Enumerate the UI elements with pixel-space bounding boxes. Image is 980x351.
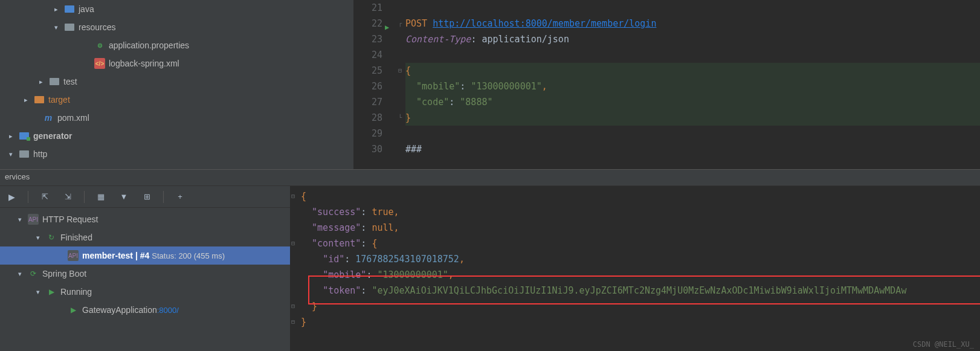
- tree-label: resources: [79, 22, 115, 32]
- refresh-icon: ↻: [46, 232, 57, 243]
- tree-folder-http[interactable]: http: [0, 145, 353, 163]
- request-url: http://localhost:8000/member/member/logi…: [433, 18, 656, 29]
- chevron-right-icon: [39, 78, 48, 86]
- tree-label: http: [33, 149, 47, 159]
- maven-file-icon: m: [43, 112, 54, 123]
- code-editor[interactable]: 21 22▶ 23 24 25 26 27 28 29 30 ┌⊟└ POST …: [353, 0, 980, 169]
- chevron-down-icon: [9, 150, 18, 158]
- tree-label: target: [48, 95, 70, 105]
- tree-file-logback[interactable]: </> logback-spring.xml: [0, 54, 353, 72]
- service-finished-group[interactable]: ↻ Finished: [0, 228, 290, 246]
- response-panel[interactable]: ⊟{ "success": true, "message": null, ⊟ "…: [290, 186, 980, 351]
- app-name: GatewayApplication: [82, 305, 157, 315]
- run-gutter-icon[interactable]: ▶: [385, 19, 389, 35]
- line-number: 25: [353, 63, 382, 79]
- line-number: 30: [353, 141, 382, 157]
- service-label: Running: [60, 287, 92, 297]
- group-by-button[interactable]: ▦: [94, 190, 108, 204]
- add-button[interactable]: +: [173, 190, 187, 204]
- tree-label: logback-spring.xml: [109, 59, 179, 68]
- line-number: 23: [353, 31, 382, 47]
- line-number: 29: [353, 126, 382, 141]
- run-name: member-test: [82, 251, 133, 260]
- services-panel: ▶ ⇱ ⇲ ▦ ▼ ⊞ + API HTTP Request ↻ Finishe…: [0, 186, 290, 351]
- play-icon: ▶: [68, 304, 79, 315]
- tree-folder-generator[interactable]: generator: [0, 127, 353, 145]
- tree-folder-resources[interactable]: resources: [0, 18, 353, 36]
- service-run-member-test[interactable]: API member-test | #4 Status: 200 (455 ms…: [0, 246, 290, 265]
- services-toolbar: ▶ ⇱ ⇲ ▦ ▼ ⊞ +: [0, 186, 290, 208]
- filter-button[interactable]: ▼: [117, 190, 131, 204]
- tree-label: application.properties: [109, 40, 189, 50]
- header-key: Content-Type: [405, 34, 471, 45]
- api-icon: API: [68, 250, 79, 261]
- run-number: #4: [140, 251, 150, 260]
- editor-content[interactable]: POST http://localhost:8000/member/member…: [405, 0, 980, 169]
- tree-file-application-properties[interactable]: ⚙ application.properties: [0, 36, 353, 54]
- watermark: CSDN @NEIL_XU_: [913, 340, 974, 349]
- line-number: 27: [353, 94, 382, 110]
- line-number: 26: [353, 79, 382, 94]
- line-number: 24: [353, 47, 382, 63]
- chevron-down-icon: [36, 234, 45, 242]
- request-separator: ###: [405, 144, 422, 155]
- chevron-down-icon: [54, 24, 63, 31]
- run-button[interactable]: ▶: [5, 190, 18, 204]
- xml-file-icon: </>: [94, 58, 105, 69]
- tree-file-pom[interactable]: m pom.xml: [0, 109, 353, 127]
- layout-button[interactable]: ⊞: [140, 190, 153, 204]
- app-port: :8000/: [157, 306, 179, 315]
- chevron-right-icon: [54, 5, 63, 13]
- service-label: Spring Boot: [42, 269, 86, 279]
- tree-folder-java[interactable]: java: [0, 0, 353, 18]
- chevron-down-icon: [18, 216, 27, 224]
- service-label: Finished: [60, 233, 92, 242]
- project-tree[interactable]: java resources ⚙ application.properties …: [0, 0, 353, 169]
- play-icon: ▶: [46, 286, 57, 297]
- http-method: POST: [405, 18, 427, 29]
- folder-icon: [19, 149, 30, 159]
- tree-label: test: [63, 77, 77, 86]
- folder-icon: [64, 4, 75, 14]
- chevron-right-icon: [9, 132, 18, 140]
- service-label: HTTP Request: [42, 214, 98, 224]
- expand-all-button[interactable]: ⇱: [38, 190, 51, 204]
- service-http-request[interactable]: API HTTP Request: [0, 210, 290, 228]
- resources-folder-icon: [64, 22, 75, 33]
- chevron-right-icon: [24, 96, 33, 104]
- fold-column[interactable]: ┌⊟└: [395, 0, 405, 169]
- line-number: 28: [353, 110, 382, 126]
- line-number: 22▶: [353, 16, 382, 31]
- module-folder-icon: [19, 130, 30, 141]
- service-gateway-app[interactable]: ▶ GatewayApplication :8000/: [0, 301, 290, 319]
- tree-label: pom.xml: [57, 113, 89, 123]
- chevron-down-icon: [18, 270, 27, 278]
- header-value: application/json: [482, 34, 569, 45]
- gutter[interactable]: 21 22▶ 23 24 25 26 27 28 29 30: [353, 0, 395, 169]
- line-number: 21: [353, 0, 382, 16]
- service-running-group[interactable]: ▶ Running: [0, 283, 290, 301]
- tree-folder-target[interactable]: target: [0, 91, 353, 109]
- tree-label: java: [79, 4, 94, 14]
- chevron-down-icon: [36, 288, 45, 296]
- services-tree: API HTTP Request ↻ Finished API member-t…: [0, 208, 290, 321]
- spring-icon: ⟳: [28, 268, 39, 279]
- services-tab[interactable]: ervices: [0, 169, 980, 186]
- tree-folder-test[interactable]: test: [0, 72, 353, 91]
- service-spring-boot[interactable]: ⟳ Spring Boot: [0, 265, 290, 283]
- collapse-all-button[interactable]: ⇲: [61, 190, 74, 204]
- services-title: ervices: [5, 172, 30, 181]
- run-status: Status: 200 (455 ms): [152, 251, 225, 260]
- properties-file-icon: ⚙: [94, 40, 105, 51]
- api-icon: API: [28, 214, 39, 225]
- target-folder-icon: [34, 94, 45, 105]
- folder-icon: [49, 76, 60, 87]
- tree-label: generator: [33, 131, 73, 141]
